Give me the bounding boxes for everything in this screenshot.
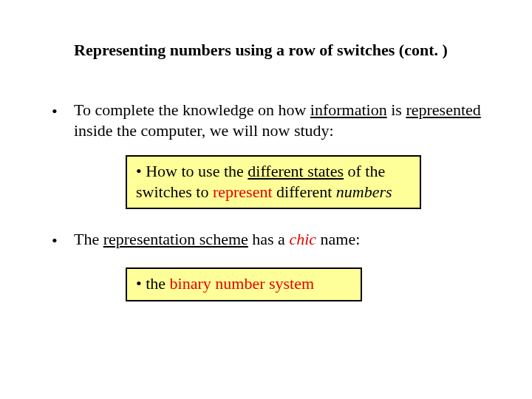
callout-box-2: • the binary number system bbox=[126, 267, 362, 301]
underline-represented: represented bbox=[406, 100, 480, 119]
italic-numbers: numbers bbox=[336, 183, 392, 201]
red-represent: represent bbox=[213, 183, 273, 201]
bullet-1: • To complete the knowledge on how infor… bbox=[52, 100, 488, 140]
text-fragment: How to use the bbox=[146, 162, 248, 180]
callout-box-1: • How to use the different states of the… bbox=[126, 155, 421, 209]
text-fragment: The bbox=[74, 230, 103, 248]
bullet-1-text: To complete the knowledge on how informa… bbox=[74, 100, 488, 140]
text-fragment: has a bbox=[248, 230, 290, 248]
bullet-dot: • bbox=[52, 100, 74, 122]
underline-information: information bbox=[310, 100, 387, 119]
slide: Representing numbers using a row of swit… bbox=[0, 0, 532, 399]
text-fragment: name: bbox=[316, 230, 360, 248]
italic-red-chic: chic bbox=[289, 230, 316, 248]
underline-different-states: different states bbox=[248, 162, 344, 180]
bullet-dot: • bbox=[52, 229, 74, 251]
bullet-2: • The representation scheme has a chic n… bbox=[52, 229, 488, 251]
red-binary-number-system: binary number system bbox=[170, 274, 315, 293]
text-fragment: To complete the knowledge on how bbox=[74, 100, 310, 119]
sub-bullet-dot: • bbox=[136, 274, 142, 293]
bullet-2-text: The representation scheme has a chic nam… bbox=[74, 229, 488, 250]
slide-title: Representing numbers using a row of swit… bbox=[74, 40, 488, 61]
text-fragment: inside the computer, we will now study: bbox=[74, 121, 334, 140]
text-fragment: different bbox=[273, 183, 336, 201]
sub-bullet-dot: • bbox=[136, 162, 142, 180]
text-fragment: the bbox=[146, 274, 169, 293]
underline-representation-scheme: representation scheme bbox=[103, 230, 248, 248]
text-fragment: is bbox=[387, 100, 406, 119]
